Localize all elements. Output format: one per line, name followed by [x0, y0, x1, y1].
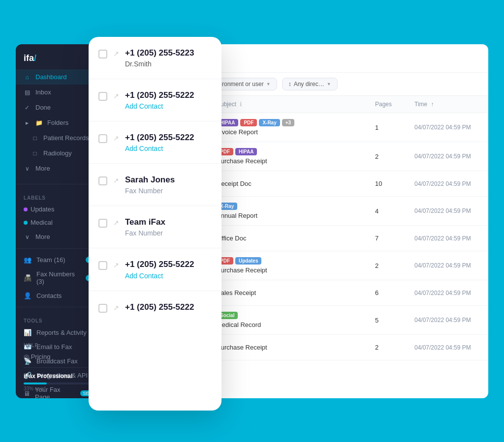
sidebar-reports-label: Reports & Activity — [36, 329, 87, 336]
done-icon: ✓ — [24, 104, 31, 111]
tag-xray: X-Ray — [259, 119, 280, 126]
subject-cell: Purchase Receipt — [217, 344, 375, 351]
time-cell: 04/07/2022 04:59 PM — [414, 207, 478, 214]
contact-item[interactable]: ↗ +1 (205) 255-5223 Dr.Smith — [89, 37, 221, 79]
subject-text: Receipt Doc — [217, 180, 375, 187]
sidebar-fax-numbers-label: Fax Numbers (3) — [36, 270, 81, 285]
fax-numbers-icon: 📠 — [24, 274, 32, 282]
radiology-icon: □ — [32, 150, 38, 157]
contact-checkbox[interactable] — [98, 304, 107, 313]
subject-cell: X-Ray Annual Report — [217, 203, 375, 219]
contact-phone: +1 (205) 255-5223 — [125, 48, 212, 59]
contact-name-add[interactable]: Add Contact — [125, 145, 212, 152]
subject-text: Annual Report — [217, 212, 375, 219]
time-cell: 04/07/2022 04:59 PM — [414, 235, 478, 242]
external-link-icon[interactable]: ↗ — [113, 50, 119, 58]
subject-text: Purchase Receipt — [217, 157, 375, 165]
plan-box: iFax Professional 33% used — [24, 367, 94, 391]
contacts-icon: 👤 — [24, 292, 32, 299]
contact-checkbox[interactable] — [98, 177, 107, 185]
subject-cell: PDF HIPAA Purchase Receipt — [217, 148, 375, 165]
contact-fax-number: Fax Number — [125, 187, 212, 195]
time-sort-icon: ↑ — [431, 101, 434, 108]
sidebar-label-inbox: Inbox — [35, 88, 51, 96]
chevron-dir-icon: ▼ — [327, 82, 331, 87]
pages-cell: 5 — [375, 317, 414, 324]
contact-checkbox[interactable] — [98, 134, 107, 143]
tag-pdf: PDF — [240, 119, 257, 126]
contact-checkbox[interactable] — [98, 219, 107, 228]
label-medical-text: Medical — [31, 219, 53, 226]
subject-tags: HIPAA PDF X-Ray +3 — [217, 119, 375, 126]
contact-fax-number: Fax Number — [125, 229, 212, 237]
contact-item[interactable]: ↗ Team iFax Fax Number — [89, 206, 221, 248]
direction-icon: ↕ — [288, 81, 291, 88]
contact-checkbox[interactable] — [98, 261, 107, 270]
sidebar-contacts-label: Contacts — [36, 292, 62, 299]
medical-dot — [24, 221, 28, 225]
col-subject: Subject ℹ — [217, 101, 375, 108]
pages-cell: 2 — [375, 153, 414, 160]
contact-checkbox[interactable] — [98, 50, 107, 59]
filter-direction-label: Any direc… — [294, 81, 324, 88]
plan-bar-fill — [24, 383, 47, 384]
sidebar-label-done: Done — [35, 104, 51, 111]
col-time: Time ↑ — [414, 101, 478, 108]
external-link-icon[interactable]: ↗ — [113, 261, 119, 269]
subject-text: Office Doc — [217, 235, 375, 242]
subject-text: Medical Record — [217, 321, 375, 328]
subject-cell: HIPAA PDF X-Ray +3 Invoice Report — [217, 119, 375, 136]
contact-info: +1 (205) 255-5223 Dr.Smith — [125, 48, 212, 68]
contact-item[interactable]: ↗ +1 (205) 255-5222 Add Contact — [89, 121, 221, 164]
contact-info: Team iFax Fax Number — [125, 217, 212, 237]
contact-name-add[interactable]: Add Contact — [125, 102, 212, 110]
subject-text: Sales Receipt — [217, 289, 375, 296]
pages-cell: 1 — [375, 124, 414, 131]
external-link-icon[interactable]: ↗ — [113, 219, 119, 227]
contact-name: Dr.Smith — [125, 60, 212, 68]
external-link-icon[interactable]: ↗ — [113, 134, 119, 142]
contact-item[interactable]: ↗ Sarah Jones Fax Number — [89, 164, 221, 206]
pages-cell: 6 — [375, 289, 414, 296]
sidebar-label-folders: Folders — [47, 119, 68, 126]
subject-tags: PDF HIPAA — [217, 148, 375, 155]
contact-checkbox[interactable] — [98, 92, 107, 101]
contact-phone: +1 (205) 255-5222 — [125, 132, 212, 143]
pages-cell: 2 — [375, 344, 414, 351]
updates-dot — [24, 207, 28, 211]
subject-tags: PDF Updates — [217, 257, 375, 265]
time-cell: 04/07/2022 04:59 PM — [414, 153, 478, 160]
external-link-icon[interactable]: ↗ — [113, 92, 119, 100]
subject-cell: Sales Receipt — [217, 289, 375, 296]
contact-name-add[interactable]: Add Contact — [125, 272, 212, 280]
external-link-icon[interactable]: ↗ — [113, 177, 119, 184]
filter-direction[interactable]: ↕ Any direc… ▼ — [282, 78, 338, 90]
tag-plus: +3 — [282, 119, 294, 126]
contact-item[interactable]: ↗ +1 (205) 255-5222 Add Contact — [89, 79, 221, 121]
external-link-icon[interactable]: ↗ — [113, 304, 119, 312]
time-cell: 04/07/2022 04:59 PM — [414, 124, 478, 131]
contact-item[interactable]: ↗ +1 (205) 255-5222 — [89, 291, 221, 324]
chevron-down-icon: ∨ — [24, 165, 31, 172]
dashboard-icon: ⌂ — [24, 74, 31, 81]
time-cell: 04/07/2022 04:59 PM — [414, 262, 478, 269]
subject-cell: PDF Updates Purchase Receipt — [217, 257, 375, 274]
reports-icon: 📊 — [24, 329, 32, 336]
pages-cell: 4 — [375, 207, 414, 215]
tag-updates: Updates — [235, 257, 261, 265]
chevron-down-more-icon: ∨ — [24, 234, 31, 240]
inbox-icon: ▤ — [24, 89, 31, 96]
sidebar-label-dashboard: Dashboard — [35, 73, 67, 81]
contact-info: +1 (205) 255-5222 Add Contact — [125, 90, 212, 110]
contact-item[interactable]: ↗ +1 (205) 255-5222 Add Contact — [89, 248, 221, 291]
label-updates-text: Updates — [31, 206, 54, 213]
sidebar-label-more: More — [35, 165, 50, 172]
folders-icon: ▸ — [24, 119, 31, 126]
time-cell: 04/07/2022 04:59 PM — [414, 317, 478, 324]
sidebar-item-pricing[interactable]: ◎ Pricing — [24, 351, 94, 362]
logo-accent: / — [34, 53, 36, 63]
chevron-env-icon: ▼ — [266, 82, 271, 87]
sidebar-pricing-label: Pricing — [31, 353, 51, 360]
col-pages: Pages — [375, 101, 414, 108]
pages-cell: 2 — [375, 262, 414, 269]
